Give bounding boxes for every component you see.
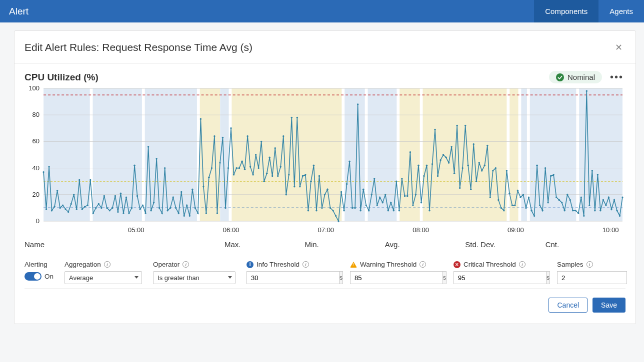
info-icon[interactable]: i	[302, 261, 309, 268]
svg-point-140	[348, 161, 350, 162]
aggregation-select[interactable]: Average	[64, 271, 142, 284]
svg-point-35	[59, 207, 60, 209]
svg-point-38	[68, 211, 69, 213]
svg-point-201	[517, 190, 518, 191]
svg-text:07:00: 07:00	[318, 226, 334, 234]
svg-point-64	[139, 208, 140, 210]
svg-point-220	[570, 199, 571, 201]
svg-point-87	[202, 186, 204, 187]
critical-threshold-input[interactable]	[454, 271, 546, 284]
operator-select[interactable]: Is greater than	[153, 271, 236, 284]
info-icon[interactable]: i	[420, 261, 426, 268]
unit-label: s	[442, 271, 446, 284]
svg-point-164	[415, 194, 416, 195]
svg-text:10:00: 10:00	[602, 226, 619, 234]
info-icon[interactable]: i	[182, 261, 189, 268]
svg-point-151	[379, 196, 380, 198]
alerting-toggle[interactable]	[24, 272, 42, 281]
svg-point-82	[189, 215, 190, 217]
svg-point-62	[134, 165, 135, 166]
info-icon[interactable]: i	[104, 261, 110, 268]
svg-point-159	[401, 178, 402, 179]
svg-point-136	[338, 220, 339, 222]
svg-point-232	[602, 199, 604, 201]
svg-point-31	[48, 166, 50, 167]
svg-point-63	[136, 195, 138, 197]
info-icon[interactable]: i	[586, 261, 593, 268]
svg-point-239	[622, 196, 623, 198]
svg-text:80: 80	[32, 111, 40, 118]
svg-point-229	[594, 210, 596, 211]
cancel-button[interactable]: Cancel	[548, 298, 588, 313]
svg-rect-0	[44, 88, 90, 221]
svg-text:06:00: 06:00	[223, 226, 240, 234]
svg-point-197	[506, 170, 508, 171]
svg-point-189	[484, 165, 486, 166]
svg-point-98	[233, 174, 234, 175]
tab-components[interactable]: Components	[534, 0, 598, 22]
svg-text:05:00: 05:00	[128, 226, 144, 234]
svg-point-54	[112, 207, 113, 209]
svg-point-172	[437, 175, 438, 177]
alerting-label: Alerting	[24, 261, 54, 268]
svg-text:09:00: 09:00	[508, 226, 524, 234]
more-menu-icon[interactable]: •••	[608, 71, 626, 83]
svg-point-56	[117, 211, 118, 213]
svg-point-59	[126, 196, 127, 198]
samples-input[interactable]	[557, 271, 627, 284]
info-icon[interactable]: i	[519, 261, 526, 268]
svg-point-30	[46, 208, 47, 210]
svg-point-216	[558, 199, 560, 201]
svg-point-123	[302, 175, 304, 177]
tab-agents[interactable]: Agents	[598, 0, 644, 22]
svg-point-182	[464, 125, 466, 126]
save-button[interactable]: Save	[592, 298, 626, 313]
svg-point-55	[114, 195, 116, 197]
svg-point-131	[324, 194, 326, 195]
svg-point-211	[544, 167, 546, 169]
svg-point-198	[508, 192, 510, 194]
critical-threshold-icon	[454, 261, 460, 268]
svg-point-58	[122, 212, 124, 214]
svg-point-149	[374, 178, 375, 179]
info-threshold-icon: i	[246, 261, 254, 268]
svg-point-45	[87, 204, 88, 206]
warning-threshold-input[interactable]	[350, 271, 442, 284]
svg-point-104	[250, 166, 251, 167]
svg-point-124	[304, 174, 306, 175]
alert-form: Alerting On Aggregationi Average Operato…	[24, 251, 626, 289]
svg-point-74	[166, 210, 168, 211]
svg-point-145	[362, 188, 364, 190]
svg-point-46	[90, 179, 91, 181]
close-icon[interactable]: ✕	[612, 40, 626, 55]
info-threshold-input[interactable]	[246, 271, 339, 284]
svg-point-215	[556, 196, 557, 198]
svg-point-202	[520, 196, 521, 198]
topbar: Alert Components Agents	[0, 0, 644, 22]
svg-point-144	[360, 210, 361, 211]
svg-point-101	[241, 161, 242, 162]
svg-point-94	[222, 137, 224, 138]
svg-point-69	[153, 202, 154, 203]
svg-point-200	[514, 204, 516, 206]
svg-point-205	[528, 196, 530, 198]
svg-point-207	[534, 215, 535, 217]
svg-point-217	[561, 202, 562, 203]
svg-point-78	[178, 212, 180, 214]
svg-point-91	[214, 135, 215, 137]
svg-point-113	[274, 147, 276, 149]
svg-point-112	[272, 175, 273, 177]
svg-point-206	[530, 210, 532, 211]
svg-point-121	[296, 117, 298, 118]
svg-point-178	[454, 173, 455, 174]
svg-text:0: 0	[36, 217, 40, 225]
svg-point-32	[51, 210, 52, 211]
svg-point-29	[42, 171, 44, 173]
svg-point-238	[619, 215, 620, 217]
svg-text:08:00: 08:00	[412, 226, 429, 234]
svg-point-173	[440, 159, 441, 161]
svg-point-71	[158, 207, 160, 209]
col-name: Name	[24, 240, 224, 249]
page-title: Alert	[9, 6, 28, 17]
svg-point-192	[492, 170, 494, 171]
